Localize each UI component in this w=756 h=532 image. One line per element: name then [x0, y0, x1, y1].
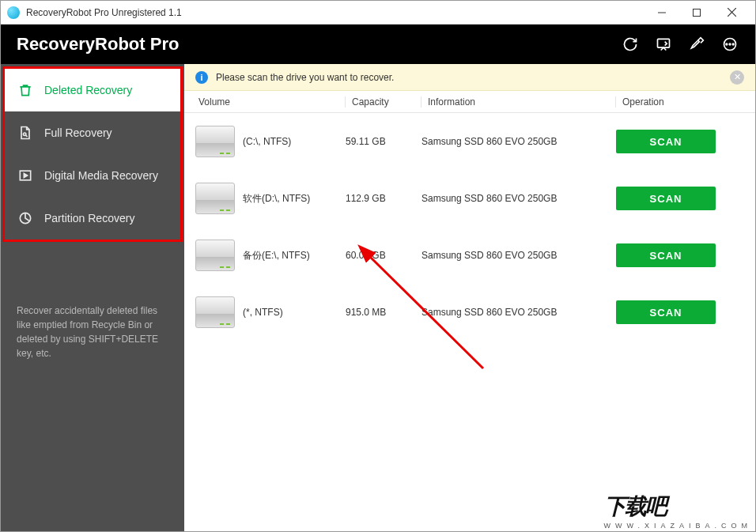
svg-rect-4	[658, 39, 670, 47]
more-icon[interactable]	[720, 35, 739, 54]
col-volume[interactable]: Volume	[195, 96, 346, 108]
volume-name: (*, NTFS)	[243, 307, 283, 318]
refresh-icon[interactable]	[621, 35, 640, 54]
banner-close-button[interactable]: ✕	[730, 70, 744, 85]
col-capacity[interactable]: Capacity	[346, 96, 421, 108]
col-operation[interactable]: Operation	[616, 96, 755, 108]
table-row: (C:\, NTFS)59.11 GBSamsung SSD 860 EVO 2…	[184, 113, 755, 170]
document-search-icon	[17, 124, 33, 141]
trash-icon	[17, 81, 33, 99]
sidebar-item-full-recovery[interactable]: Full Recovery	[5, 111, 180, 154]
table-row: (*, NTFS)915.0 MBSamsung SSD 860 EVO 250…	[184, 284, 755, 341]
maximize-button[interactable]	[679, 2, 714, 24]
column-headers: Volume Capacity Information Operation	[184, 91, 755, 113]
main-area: Deleted Recovery Full Recovery Digital M…	[1, 64, 755, 531]
sidebar-item-partition-recovery[interactable]: Partition Recovery	[5, 197, 180, 240]
info-icon: i	[195, 71, 208, 84]
volume-info: Samsung SSD 860 EVO 250GB	[421, 136, 616, 147]
col-information[interactable]: Information	[421, 96, 616, 108]
sidebar-item-digital-media-recovery[interactable]: Digital Media Recovery	[5, 154, 180, 197]
app-name: RecoveryRobot Pro	[17, 34, 179, 55]
header-tools	[621, 35, 739, 54]
volume-capacity: 915.0 MB	[346, 307, 421, 318]
table-row: 软件(D:\, NTFS)112.9 GBSamsung SSD 860 EVO…	[184, 170, 755, 227]
nav-highlight-box: Deleted Recovery Full Recovery Digital M…	[2, 66, 183, 242]
app-logo-icon	[7, 6, 20, 19]
minimize-button[interactable]	[644, 2, 679, 24]
sidebar-item-label: Digital Media Recovery	[44, 169, 158, 182]
app-header: RecoveryRobot Pro	[1, 25, 755, 64]
drive-icon	[195, 240, 235, 271]
svg-rect-1	[694, 9, 701, 16]
sidebar-help-text: Recover accidentally deleted files like …	[1, 291, 184, 373]
sidebar-item-label: Partition Recovery	[44, 212, 134, 224]
scan-button[interactable]: SCAN	[616, 130, 716, 153]
volume-name: 备份(E:\, NTFS)	[243, 249, 310, 262]
volume-info: Samsung SSD 860 EVO 250GB	[421, 307, 616, 318]
sidebar-item-label: Full Recovery	[44, 126, 112, 139]
table-row: 备份(E:\, NTFS)60.00 GBSamsung SSD 860 EVO…	[184, 227, 755, 284]
volume-capacity: 59.11 GB	[346, 136, 421, 147]
volume-capacity: 112.9 GB	[346, 193, 421, 204]
svg-point-6	[726, 43, 728, 45]
svg-point-7	[729, 43, 731, 45]
close-button[interactable]	[714, 2, 749, 24]
info-banner: i Please scan the drive you want to reco…	[184, 64, 755, 91]
window-title: RecoveryRobot Pro Unregistered 1.1	[26, 7, 644, 18]
drive-icon	[195, 296, 235, 328]
volume-capacity: 60.00 GB	[346, 250, 421, 261]
volume-name: 软件(D:\, NTFS)	[243, 192, 310, 206]
volume-name: (C:\, NTFS)	[243, 136, 291, 147]
volume-list: (C:\, NTFS)59.11 GBSamsung SSD 860 EVO 2…	[184, 113, 755, 531]
drive-icon	[195, 126, 235, 157]
volume-info: Samsung SSD 860 EVO 250GB	[421, 193, 616, 204]
volume-info: Samsung SSD 860 EVO 250GB	[421, 250, 616, 261]
scan-button[interactable]: SCAN	[616, 243, 716, 267]
sidebar-item-label: Deleted Recovery	[44, 84, 132, 96]
sidebar-item-deleted-recovery[interactable]: Deleted Recovery	[5, 69, 180, 111]
feedback-icon[interactable]	[654, 35, 673, 54]
drive-icon	[195, 183, 235, 214]
media-icon	[17, 167, 33, 184]
content-area: i Please scan the drive you want to reco…	[184, 64, 755, 531]
partition-icon	[17, 209, 33, 227]
sidebar: Deleted Recovery Full Recovery Digital M…	[1, 64, 184, 531]
svg-point-8	[732, 43, 734, 45]
banner-message: Please scan the drive you want to recove…	[216, 72, 722, 83]
scan-button[interactable]: SCAN	[616, 300, 716, 324]
window-titlebar: RecoveryRobot Pro Unregistered 1.1	[1, 1, 755, 25]
svg-point-9	[24, 133, 26, 135]
scan-button[interactable]: SCAN	[616, 187, 716, 210]
settings-icon[interactable]	[687, 35, 706, 54]
